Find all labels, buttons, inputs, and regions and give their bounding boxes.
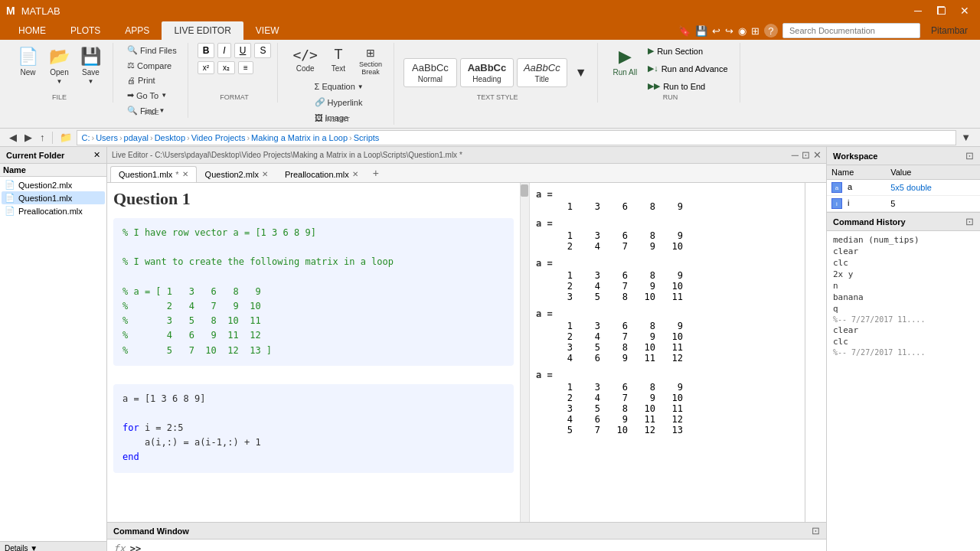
tab-prealloc-close[interactable]: ✕ (352, 170, 358, 178)
tab-question2[interactable]: Question2.mlx ✕ (197, 166, 276, 182)
code-label: Code (296, 64, 315, 73)
cmd-item-2[interactable]: clc (833, 257, 974, 269)
underline-button[interactable]: U (234, 43, 252, 58)
compare-button[interactable]: ⚖ Compare (122, 58, 181, 73)
format-btn-2[interactable]: x₂ (217, 61, 235, 74)
cmd-item-3[interactable]: 2x y (833, 269, 974, 280)
italic-button[interactable]: I (217, 43, 230, 58)
close-button[interactable]: ✕ (956, 3, 974, 18)
file-item-prealloc[interactable]: 📄 Preallocation.mlx (2, 204, 105, 217)
print-button[interactable]: 🖨 Print (122, 73, 181, 87)
file-item-q2[interactable]: 📄 Question2.mlx (2, 178, 105, 191)
toolbar-icon-5[interactable]: ◉ (738, 25, 746, 37)
tab-view[interactable]: VIEW (243, 21, 292, 40)
tab-question2-label: Question2.mlx (205, 170, 259, 179)
cmd-item-5[interactable]: banana (833, 292, 974, 303)
run-to-end-button[interactable]: ▶▶ Run to End (642, 78, 733, 94)
goto-label: Go To (136, 91, 158, 100)
editor-min-btn[interactable]: ─ (792, 149, 799, 161)
style-normal-button[interactable]: AaBbCc Normal (403, 58, 457, 87)
cmd-item-1[interactable]: clear (833, 246, 974, 257)
format-btn-1[interactable]: x² (198, 61, 214, 74)
open-button[interactable]: 📂 Open ▼ (44, 43, 75, 89)
toolbar-icon-2[interactable]: 💾 (695, 25, 707, 37)
restore-button[interactable]: ⧠ (931, 3, 951, 18)
toolbar-icon-4[interactable]: ↪ (725, 25, 733, 37)
cmd-item-0[interactable]: median (num_tips) (833, 234, 974, 246)
addr-c[interactable]: C: (82, 133, 90, 142)
scroll-up-btn[interactable] (521, 184, 528, 197)
new-icon: 📄 (18, 47, 38, 67)
toolbar-icon-3[interactable]: ↩ (712, 25, 720, 37)
editor-close-btn[interactable]: ✕ (813, 149, 822, 161)
tab-question1-close[interactable]: ✕ (182, 170, 188, 178)
addr-users[interactable]: Users (96, 133, 118, 142)
run-all-button[interactable]: ▶ Run All (607, 43, 642, 80)
goto-button[interactable]: ➡ Go To ▼ (122, 88, 181, 103)
addr-vidprojects[interactable]: Video Projects (191, 133, 246, 142)
cmd-item-4[interactable]: n (833, 280, 974, 292)
addr-desktop[interactable]: Desktop (155, 133, 185, 142)
help-icon[interactable]: ? (764, 24, 778, 37)
code-scrollbar[interactable] (521, 183, 530, 522)
tab-home[interactable]: HOME (6, 21, 58, 40)
search-documentation-input[interactable] (782, 23, 920, 38)
addr-pdayal[interactable]: pdayal (124, 133, 149, 142)
navigate-group-content: 🔍 Find Files ⚖ Compare 🖨 Print ➡ Go To ▼ (122, 43, 181, 118)
user-button[interactable]: Pitambar (925, 23, 974, 38)
details-dropdown-button[interactable]: Details ▼ (5, 544, 38, 551)
hyperlink-button[interactable]: 🔗 Hyperlink (310, 95, 368, 109)
save-button[interactable]: 💾 Save ▼ (75, 43, 106, 89)
style-heading-button[interactable]: AaBbCc Heading (460, 58, 514, 87)
tab-live-editor[interactable]: LIVE EDITOR (162, 21, 243, 40)
current-folder-close[interactable]: ✕ (93, 150, 100, 160)
cmd-input[interactable] (145, 543, 820, 552)
cmd-history-expand[interactable]: ⊡ (965, 216, 974, 227)
tab-plots[interactable]: PLOTS (58, 21, 113, 40)
code-area[interactable]: Question 1 % I have row vector a = [1 3 … (107, 183, 521, 522)
tab-question2-close[interactable]: ✕ (262, 170, 268, 178)
format-btn-3[interactable]: ≡ (238, 61, 253, 74)
workspace-row-i[interactable]: i i 5 (827, 196, 980, 212)
toolbar-icon-6[interactable]: ⊞ (751, 25, 760, 37)
new-button[interactable]: 📄 New (12, 43, 44, 80)
equation-button[interactable]: Σ Equation ▼ (310, 80, 368, 93)
back-button[interactable]: ◀ (6, 130, 20, 145)
find-files-button[interactable]: 🔍 Find Files (122, 43, 181, 57)
editor-max-btn[interactable]: ⊡ (802, 149, 810, 161)
tab-add-button[interactable]: + (367, 164, 385, 182)
bold-button[interactable]: B (198, 43, 215, 58)
code-button[interactable]: </> Code (287, 43, 323, 77)
toolbar-icon-1[interactable]: 🔖 (678, 25, 691, 37)
cmd-item-9[interactable]: clc (833, 336, 974, 347)
strikethrough-button[interactable]: S (254, 43, 271, 58)
file-list: 📄 Question2.mlx 📄 Question1.mlx 📄 Preall… (0, 177, 106, 541)
workspace-row-a[interactable]: a a 5x5 double (827, 180, 980, 196)
browse-button[interactable]: 📁 (57, 130, 75, 145)
up-button[interactable]: ↑ (37, 130, 48, 145)
workspace-expand[interactable]: ⊡ (965, 150, 974, 161)
addr-scripts[interactable]: Scripts (354, 133, 380, 142)
addr-dropdown-button[interactable]: ▼ (958, 130, 974, 145)
text-style-more-button[interactable]: ▼ (570, 64, 592, 82)
forward-button[interactable]: ▶ (21, 130, 35, 145)
run-section-button[interactable]: ▶ Run Section (642, 43, 733, 59)
style-title-button[interactable]: AaBbCc Title (517, 58, 567, 87)
addr-matrixin[interactable]: Making a Matrix in a Loop (251, 133, 348, 142)
tab-question1[interactable]: Question1.mlx * ✕ (110, 166, 197, 182)
cmd-win-expand[interactable]: ⊡ (812, 525, 820, 536)
code-section: % I have row vector a = [1 3 6 8 9] % I … (113, 218, 514, 366)
tab-prealloc[interactable]: Preallocation.mlx ✕ (276, 166, 367, 182)
workspace-col-value: Value (886, 165, 980, 180)
text-button[interactable]: T Text (323, 43, 354, 77)
run-group: ▶ Run All ▶ Run Section ▶↓ Run and Advan… (601, 43, 740, 103)
cmd-item-8[interactable]: clear (833, 324, 974, 336)
file-icon-q1: 📄 (5, 193, 15, 203)
goto-icon: ➡ (127, 90, 134, 100)
section-break-button[interactable]: ⊞ SectionBreak (354, 43, 387, 80)
run-advance-button[interactable]: ▶↓ Run and Advance (642, 60, 733, 77)
minimize-button[interactable]: ─ (910, 3, 926, 18)
file-item-q1[interactable]: 📄 Question1.mlx (2, 191, 105, 204)
tab-apps[interactable]: APPS (113, 21, 162, 40)
cmd-item-6[interactable]: q (833, 303, 974, 315)
